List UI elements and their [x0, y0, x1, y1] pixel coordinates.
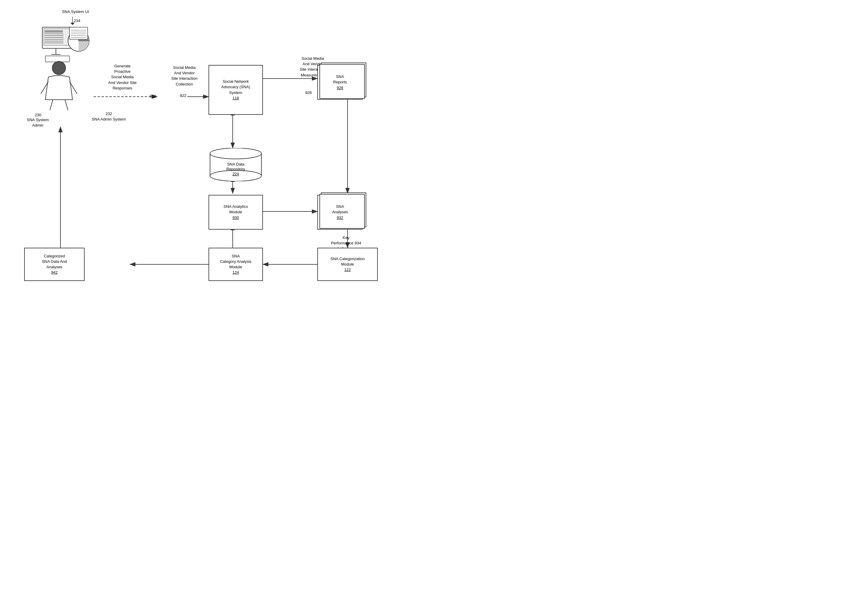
sna-categorization-box: SNA Categorization Module 122 [317, 248, 378, 281]
svg-line-42 [65, 100, 68, 110]
sna-system-box: Social Network Advocacy (SNA) System 118 [209, 65, 263, 115]
svg-text:224: 224 [233, 172, 239, 176]
ref-950-label: 950 [150, 94, 156, 99]
generate-label: Generate Proactive Social Media And Vend… [98, 64, 147, 91]
sna-data-repo: SNA Data Repository 224 [209, 148, 263, 181]
sna-reports-box: SNA Reports 928 [317, 65, 363, 100]
sna-category-box: SNA Category Analysis Module 124 [209, 248, 263, 281]
ref-232-label: 232 SNA Admin System [90, 111, 127, 122]
ref-234-label: 234 [73, 18, 82, 24]
sna-analyses-box: SNA Analyses 932 [317, 195, 363, 230]
sna-system-ui-label: SNA System UI [56, 9, 95, 15]
svg-rect-19 [45, 30, 63, 33]
sna-system-admin-label: SNA System Admin [20, 117, 56, 128]
person-illustration [39, 61, 79, 112]
ref-922-label: 922 [180, 93, 187, 98]
collection-label: Social Media And Vendor Site Interaction… [163, 65, 206, 87]
svg-text:Repository: Repository [226, 167, 245, 171]
svg-text:SNA Data: SNA Data [227, 162, 245, 166]
ref-926-label: 926 [305, 90, 312, 95]
svg-point-44 [210, 148, 261, 159]
diagram: SNA System UI 234 [0, 0, 424, 308]
svg-line-41 [50, 100, 53, 110]
svg-point-38 [52, 61, 65, 75]
sna-analytics-box: SNA Analytics Module 930 [209, 195, 263, 230]
categorized-box: Categorized SNA Data And Analyses 942 [24, 248, 85, 281]
